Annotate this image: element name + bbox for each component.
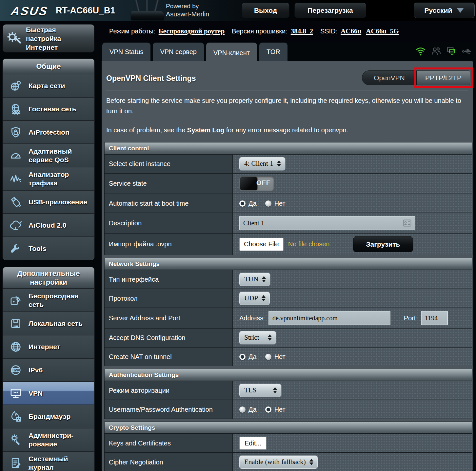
router-model: RT-AC66U_B1: [56, 6, 115, 16]
toggle-state-label: OFF: [256, 179, 270, 187]
reboot-button[interactable]: Перезагрузка: [294, 3, 366, 18]
tab-vpn-status[interactable]: VPN Status: [102, 43, 150, 61]
network-map-icon: [7, 79, 25, 92]
table-row: Cipher Negotiation Enable (with fallback…: [105, 452, 472, 471]
no-file-chosen-text: No file chosen: [288, 240, 330, 248]
tab-vpn-server[interactable]: VPN сервер: [153, 43, 204, 61]
sidebar-item-aicloud[interactable]: AiCloud 2.0: [3, 213, 94, 236]
status-text: Режим работы: Беспроводной роутер Версия…: [109, 27, 399, 35]
openvpn-type-button[interactable]: OpenVPN: [362, 70, 417, 85]
wired-clients-status-icon[interactable]: [446, 46, 457, 56]
main-panel: OpenVPN Client Settings OpenVPN PPTP/L2T…: [102, 61, 473, 471]
sidebar: Быстрая настройка Интернет Общие Карта с…: [3, 24, 94, 471]
quick-setup-icon: [6, 30, 23, 47]
profile-list-icon[interactable]: [403, 219, 411, 227]
sidebar-item-aiprotection[interactable]: AiProtection: [3, 120, 94, 143]
nav-section-advanced: Дополнительные настройки Беспроводная се…: [3, 267, 94, 471]
upload-button[interactable]: Загрузить: [353, 236, 413, 252]
sidebar-item-tools[interactable]: Tools: [3, 236, 94, 260]
table-row: Протокол UDP: [105, 289, 472, 308]
service-state-toggle[interactable]: OFF: [239, 176, 274, 191]
section-header-authentication: Authentication Settings: [104, 369, 472, 381]
table-row: Select client instance 4: Client 1: [105, 154, 472, 173]
admin-icon: [7, 433, 25, 446]
mode-label: Режим работы:: [109, 28, 155, 35]
traffic-analyzer-icon: [7, 172, 25, 185]
select-arrows-icon: [309, 459, 313, 465]
sidebar-item-wan[interactable]: Интернет: [3, 335, 94, 358]
edit-keys-button[interactable]: Edit...: [239, 437, 267, 450]
clients-status-icon[interactable]: [431, 46, 441, 56]
logout-button[interactable]: Выход: [242, 3, 289, 18]
server-address-input[interactable]: de.vpnunlimitedapp.com: [268, 311, 390, 325]
firmware-link[interactable]: 384.8_2: [291, 27, 313, 35]
usb-status-icon[interactable]: [462, 46, 472, 56]
sidebar-item-usb-application[interactable]: USB-приложение: [3, 190, 94, 213]
intro-log-text: In case of problem, see the System Log f…: [106, 126, 348, 134]
userpass-yes-radio[interactable]: Да: [239, 406, 257, 413]
sidebar-item-lan[interactable]: Локальная сеть: [3, 311, 94, 335]
tab-vpn-client[interactable]: VPN-клиент: [206, 43, 257, 63]
server-port-input[interactable]: 1194: [421, 311, 448, 325]
select-arrows-icon: [262, 295, 266, 301]
qos-icon: [7, 149, 25, 162]
sidebar-item-guest-network[interactable]: Гостевая сеть: [3, 97, 94, 120]
mode-link[interactable]: Беспроводной роутер: [159, 27, 225, 35]
userpass-no-radio[interactable]: Нет: [265, 406, 286, 413]
table-row: Description Client 1: [105, 213, 472, 233]
row-label: Режим авторизации: [105, 381, 233, 400]
sidebar-item-administration[interactable]: Администри- рование: [3, 428, 94, 451]
row-label: Automatic start at boot time: [105, 194, 233, 213]
radio-icon: [265, 354, 271, 360]
powered-by: Powered by Asuswrt-Merlin: [166, 3, 209, 18]
sidebar-item-network-map[interactable]: Карта сети: [3, 74, 94, 97]
cipher-negotiation-select[interactable]: Enable (with fallback): [239, 456, 318, 469]
crypto-table: Keys and Certificates Edit... Cipher Neg…: [104, 433, 472, 471]
accept-dns-select[interactable]: Strict: [239, 331, 276, 344]
client-instance-select[interactable]: 4: Client 1: [239, 157, 285, 170]
firewall-icon: [7, 410, 25, 423]
protocol-select[interactable]: UDP: [239, 292, 270, 305]
wifi-status-icon[interactable]: [415, 46, 426, 56]
autostart-no-radio[interactable]: Нет: [265, 200, 286, 207]
select-arrows-icon: [268, 334, 272, 341]
sidebar-item-traffic-analyzer[interactable]: Анализатор трафика: [3, 167, 94, 190]
sidebar-item-wireless[interactable]: Беспроводная сеть: [3, 288, 94, 311]
router-image: [130, 0, 165, 21]
choose-file-button[interactable]: Choose File: [239, 238, 284, 251]
system-log-link[interactable]: System Log: [187, 126, 224, 134]
page-title: OpenVPN Client Settings: [106, 74, 196, 83]
nat-yes-radio[interactable]: Да: [239, 353, 257, 361]
description-input[interactable]: Client 1: [239, 216, 415, 230]
row-label: Cipher Negotiation: [105, 453, 233, 471]
sidebar-item-vpn[interactable]: VPN: [3, 381, 94, 405]
ssid-label: SSID:: [320, 28, 337, 35]
nat-no-radio[interactable]: Нет: [265, 353, 286, 361]
auth-mode-select[interactable]: TLS: [239, 384, 281, 397]
row-label: Keys and Certificates: [105, 434, 233, 452]
network-settings-table: Тип интерфейса TUN Протокол UDP: [104, 270, 472, 366]
tab-tor[interactable]: TOR: [259, 43, 288, 61]
sidebar-item-ipv6[interactable]: IPV6 IPv6: [3, 358, 94, 381]
section-header-network-settings: Network Settings: [104, 258, 472, 270]
ssid-5g-link[interactable]: AC66u_5G: [366, 27, 399, 35]
ssid-24g-link[interactable]: AC66u: [341, 27, 361, 35]
ipv6-icon: IPV6: [7, 364, 25, 377]
row-label: Description: [105, 213, 233, 233]
address-label: Address:: [239, 314, 265, 322]
quick-setup-button[interactable]: Быстрая настройка Интернет: [3, 24, 94, 52]
row-label: Create NAT on tunnel: [105, 348, 233, 366]
usb-app-icon: [7, 196, 25, 209]
vpn-type-switch: OpenVPN PPTP/L2TP: [362, 70, 470, 85]
sidebar-item-qos[interactable]: Адаптивный сервис QoS: [3, 143, 94, 167]
pptp-l2tp-type-button[interactable]: PPTP/L2TP: [417, 70, 470, 85]
svg-text:IPV6: IPV6: [12, 368, 19, 372]
language-selector[interactable]: Русский: [414, 3, 475, 18]
chevron-down-icon: [457, 8, 464, 13]
interface-type-select[interactable]: TUN: [239, 273, 270, 286]
nav-section-general-title: Общие: [3, 59, 94, 74]
row-label: Service state: [105, 174, 233, 194]
sidebar-item-system-log[interactable]: Системный журнал: [3, 451, 94, 471]
sidebar-item-firewall[interactable]: Брандмауэр: [3, 405, 94, 428]
autostart-yes-radio[interactable]: Да: [239, 200, 257, 207]
